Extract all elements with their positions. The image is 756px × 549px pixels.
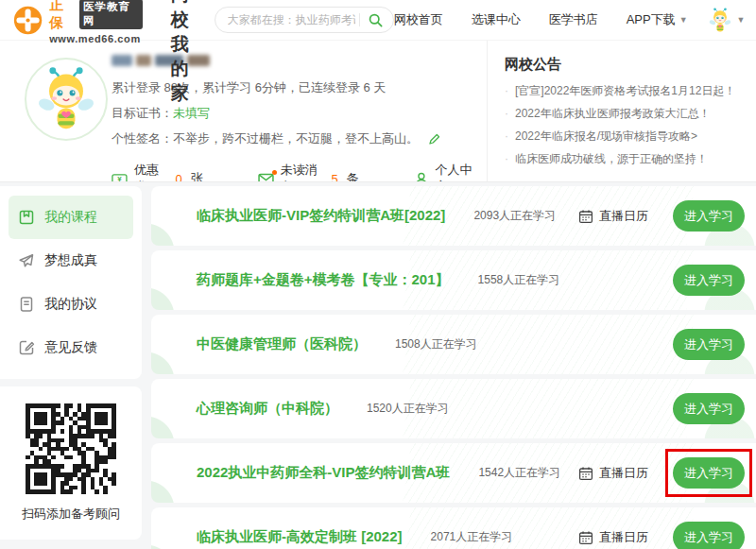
course-title-link[interactable]: 药师题库+金题卷+模考卷【专业：201】 (197, 271, 450, 289)
course-title-link[interactable]: 2022执业中药师全科-VIP签约特训营A班 (197, 464, 450, 482)
user-avatar[interactable] (25, 58, 108, 141)
announcement-item[interactable]: · 临床医师成功破线，源于正确的坚持！ (505, 151, 739, 166)
sidebar-item-label: 我的课程 (44, 209, 97, 226)
bullet-icon: · (505, 106, 508, 121)
target-cert-value[interactable]: 未填写 (173, 105, 210, 122)
course-row-highlighted: 2022执业中药师全科-VIP签约特训营A班 1542人正在学习 直播日历 (151, 443, 756, 503)
course-row: 临床执业医师-VIP签约特训营A班[2022] 2093人正在学习 直播日历 (151, 186, 756, 246)
qr-card: 扫码添加备考顾问 (0, 386, 142, 540)
live-calendar-label: 直播日历 (599, 529, 648, 546)
announcement-item[interactable]: · [官宣]2022年医师资格考试报名1月12日起！ (505, 83, 739, 98)
sidebar-item-label: 我的协议 (44, 296, 97, 313)
document-icon (18, 296, 35, 313)
edit-signature-icon[interactable] (428, 132, 441, 146)
signature-label: 个性签名： (112, 130, 173, 147)
username-redacted (112, 54, 481, 67)
sidebar: 我的课程 梦想成真 我的协议 (0, 186, 142, 540)
user-panel: 累计登录 88次，累计学习 6分钟，已连续登录 6 天 目标证书： 未填写 个性… (0, 41, 487, 182)
live-calendar-link[interactable]: 直播日历 (578, 465, 648, 482)
sidebar-item-label: 梦想成真 (44, 252, 97, 269)
course-title-link[interactable]: 临床执业医师-高效定制班 [2022] (197, 528, 403, 546)
sidebar-item-feedback[interactable]: 意见反馈 (9, 326, 133, 369)
course-title-link[interactable]: 中医健康管理师（医科院） (197, 335, 367, 353)
announcement-item[interactable]: · 2022年临床报名/现场审核指导攻略> (505, 129, 739, 144)
redaction-block (112, 55, 132, 66)
brand-domain: www.med66.com (49, 33, 143, 44)
chevron-down-icon: ▼ (737, 15, 746, 25)
course-row: 临床执业医师-高效定制班 [2022] 2071人正在学习 直播日历 (151, 507, 756, 549)
announcements-panel: 网校公告 · [官宣]2022年医师资格考试报名1月12日起！ · 2022年临… (487, 41, 756, 182)
unread-dot (272, 170, 277, 175)
nav-course-center[interactable]: 选课中心 (472, 11, 521, 28)
enter-study-button[interactable]: 进入学习 (673, 393, 745, 424)
announcement-item[interactable]: · 2022年临床执业医师报考政策大汇总！ (505, 106, 739, 121)
course-learner-count: 1558人正在学习 (478, 272, 560, 288)
enter-study-button-highlighted[interactable]: 进入学习 (673, 457, 745, 489)
course-title-link[interactable]: 临床执业医师-VIP签约特训营A班[2022] (197, 207, 445, 225)
sidebar-item-dreams-come-true[interactable]: 梦想成真 (9, 239, 133, 283)
bullet-icon: · (505, 151, 508, 166)
signature-text: 不举步，跨不过栅栏，不迈腿，登不上高山。 (173, 130, 419, 147)
course-learner-count: 2071人正在学习 (431, 529, 513, 545)
enter-study-button[interactable]: 进入学习 (673, 329, 745, 360)
target-cert-label: 目标证书： (112, 105, 173, 122)
sidebar-menu: 我的课程 梦想成真 我的协议 (0, 186, 142, 379)
main-area: 我的课程 梦想成真 我的协议 (0, 181, 756, 549)
announcement-text: 2022年临床执业医师报考政策大汇总！ (515, 106, 711, 121)
course-learner-count: 1520人正在学习 (367, 401, 449, 417)
announcements-title: 网校公告 (505, 56, 739, 74)
sidebar-item-my-agreements[interactable]: 我的协议 (9, 283, 133, 326)
logo-cross-icon (13, 5, 43, 36)
live-calendar-link[interactable]: 直播日历 (578, 529, 648, 546)
nav-app-download[interactable]: APP下载 ▼ (627, 11, 688, 28)
page-title: 我的网校我的家 (171, 0, 190, 106)
redaction-block (136, 55, 151, 66)
search-input[interactable] (228, 13, 355, 26)
course-title-link[interactable]: 心理咨询师（中科院） (197, 400, 338, 418)
logo-text: 正保 医学教育网 www.med66.com (49, 0, 143, 44)
avatar-bee-icon (709, 8, 731, 33)
book-icon (18, 209, 35, 226)
enter-study-button[interactable]: 进入学习 (673, 265, 745, 296)
login-stats: 累计登录 88次，累计学习 6分钟，已连续登录 6 天 (112, 79, 481, 96)
user-info: 累计登录 88次，累计学习 6分钟，已连续登录 6 天 目标证书： 未填写 个性… (112, 54, 481, 196)
course-row: 药师题库+金题卷+模考卷【专业：201】 1558人正在学习 进入学习 (151, 250, 756, 310)
enter-study-button[interactable]: 进入学习 (673, 200, 745, 232)
calendar-icon (578, 530, 593, 545)
course-list: 临床执业医师-VIP签约特训营A班[2022] 2093人正在学习 直播日历 (151, 186, 756, 549)
announcement-text: 临床医师成功破线，源于正确的坚持！ (515, 151, 708, 166)
calendar-icon (578, 209, 593, 224)
header-nav: 网校首页 选课中心 医学书店 APP下载 ▼ (394, 11, 688, 28)
qr-caption: 扫码添加备考顾问 (22, 506, 120, 523)
header-avatar-menu[interactable]: ▼ (709, 8, 746, 33)
course-row: 心理咨询师（中科院） 1520人正在学习 进入学习 (151, 379, 756, 438)
course-row: 中医健康管理师（医科院） 1508人正在学习 进入学习 (151, 315, 756, 374)
feedback-pencil-icon (18, 339, 35, 356)
sidebar-item-my-courses[interactable]: 我的课程 (9, 196, 133, 239)
search-icon[interactable] (368, 12, 384, 28)
search-divider (359, 13, 360, 26)
enter-study-button[interactable]: 进入学习 (673, 522, 745, 549)
bullet-icon: · (505, 83, 508, 98)
nav-home[interactable]: 网校首页 (394, 11, 443, 28)
live-calendar-label: 直播日历 (599, 465, 648, 482)
top-band: 累计登录 88次，累计学习 6分钟，已连续登录 6 天 目标证书： 未填写 个性… (0, 40, 756, 181)
announcements-list: · [官宣]2022年医师资格考试报名1月12日起！ · 2022年临床执业医师… (505, 83, 739, 166)
announcement-text: 2022年临床报名/现场审核指导攻略> (515, 129, 697, 144)
redaction-block (187, 55, 210, 66)
nav-app-download-label: APP下载 (627, 11, 676, 28)
bullet-icon: · (505, 129, 508, 144)
brand-suffix: 医学教育网 (79, 0, 143, 29)
header: 正保 医学教育网 www.med66.com 我的网校我的家 网校首页 选课中心… (0, 0, 756, 40)
sidebar-item-label: 意见反馈 (44, 339, 97, 356)
course-learner-count: 1508人正在学习 (395, 336, 477, 352)
search-box[interactable] (215, 7, 394, 33)
avatar-bee-icon (37, 66, 95, 132)
live-calendar-link[interactable]: 直播日历 (578, 208, 648, 225)
qr-code (26, 403, 116, 494)
announcement-text: [官宣]2022年医师资格考试报名1月12日起！ (515, 83, 735, 98)
site-logo[interactable]: 正保 医学教育网 www.med66.com (13, 0, 143, 44)
nav-bookstore[interactable]: 医学书店 (549, 11, 598, 28)
chevron-down-icon: ▼ (679, 15, 688, 25)
course-learner-count: 1542人正在学习 (478, 465, 560, 481)
